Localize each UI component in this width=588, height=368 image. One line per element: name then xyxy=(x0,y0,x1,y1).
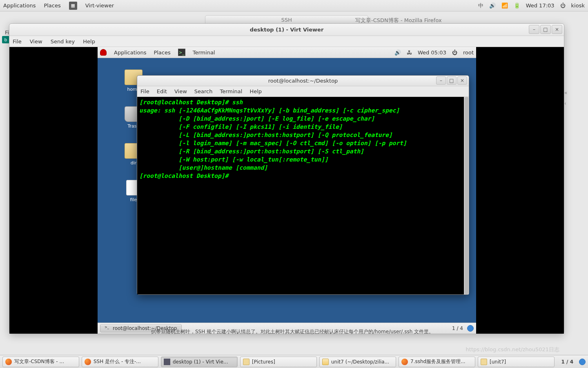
terminal-title: root@localhost:~/Desktop xyxy=(268,78,338,84)
host-task-unit7-folder[interactable]: [unit7] xyxy=(478,357,555,367)
host-task-virtviewer[interactable]: desktop (1) - Virt Vie... xyxy=(161,357,238,367)
terminal-output: [root@localhost Desktop]# ssh usage: ssh… xyxy=(139,98,467,180)
menu-sendkey[interactable]: Send key xyxy=(51,38,75,45)
right-edge-arrows: «‹ xyxy=(564,90,568,106)
active-app-name[interactable]: Virt-viewer xyxy=(85,2,114,9)
terminal-window: root@localhost:~/Desktop – □ × File Edit… xyxy=(137,75,469,295)
minimize-button[interactable]: – xyxy=(529,25,539,34)
task-label: [Pictures] xyxy=(252,359,275,365)
terminal-menubar: File Edit View Search Terminal Help xyxy=(137,86,469,97)
task-label: unit7 (~/Desktop/zilia... xyxy=(331,359,389,365)
ime-indicator[interactable]: 中 xyxy=(478,2,483,9)
battery-icon[interactable]: 🔋 xyxy=(514,2,520,9)
task-label: SSH 是什么 - 专注-... xyxy=(94,358,141,365)
tmenu-help[interactable]: Help xyxy=(249,88,262,94)
task-label: 7.sshd服务及服务管理... xyxy=(410,358,466,365)
host-task-ssh[interactable]: SSH 是什么 - 专注-... xyxy=(82,357,158,367)
vm-menu-applications[interactable]: Applications xyxy=(114,49,146,56)
close-button[interactable]: × xyxy=(552,25,562,34)
tmenu-terminal[interactable]: Terminal xyxy=(220,88,242,94)
vm-desktop[interactable]: home Trash dir file root@localho xyxy=(98,58,476,323)
terminal-icon: >_ xyxy=(105,325,110,331)
host-clock[interactable]: Wed 17:03 xyxy=(526,2,555,9)
host-task-csdn[interactable]: 写文章-CSDN博客 - ... xyxy=(2,357,79,367)
volume-icon[interactable]: 🔊 xyxy=(489,2,496,9)
viewer-display[interactable]: Applications Places >_ Terminal 🔊 🖧 Wed … xyxy=(9,47,564,334)
viewer-title: desktop (1) - Virt Viewer xyxy=(250,27,324,33)
firefox-icon xyxy=(85,359,91,365)
menu-file[interactable]: File xyxy=(13,38,22,45)
vm-screen: Applications Places >_ Terminal 🔊 🖧 Wed … xyxy=(98,47,476,334)
vm-shutdown-icon[interactable]: ⏻ xyxy=(452,49,457,56)
vm-user[interactable]: root xyxy=(463,49,474,56)
tmenu-search[interactable]: Search xyxy=(194,88,213,94)
terminal-minimize-button[interactable]: – xyxy=(436,76,446,85)
host-workspace-indicator[interactable]: 1 / 4 xyxy=(561,359,573,365)
vm-network-icon[interactable]: 🖧 xyxy=(407,49,412,56)
host-user[interactable]: kiosk xyxy=(571,2,585,9)
bing-icon: b xyxy=(2,36,9,43)
firefox-icon xyxy=(5,359,12,365)
terminal-icon: >_ xyxy=(178,49,185,56)
menu-applications[interactable]: Applications xyxy=(3,2,36,9)
host-task-unit7-gedit[interactable]: unit7 (~/Desktop/zilia... xyxy=(319,357,396,367)
terminal-maximize-button[interactable]: □ xyxy=(447,76,457,85)
desktop-icon-label: dir xyxy=(131,160,137,166)
menu-places[interactable]: Places xyxy=(44,2,60,9)
vm-volume-icon[interactable]: 🔊 xyxy=(394,49,401,56)
host-workspace-switcher-icon[interactable] xyxy=(579,359,586,365)
vm-clock[interactable]: Wed 05:03 xyxy=(418,49,446,56)
desktop-icon-label: file xyxy=(130,197,137,202)
folder-icon xyxy=(243,359,249,365)
terminal-scrollbar[interactable] xyxy=(464,97,469,294)
redhat-icon xyxy=(100,49,107,56)
vm-topbar: Applications Places >_ Terminal 🔊 🖧 Wed … xyxy=(98,47,476,58)
task-label: 写文章-CSDN博客 - ... xyxy=(14,358,64,365)
viewer-menubar: File View Send key Help xyxy=(9,36,564,47)
wifi-icon[interactable]: 📶 xyxy=(501,2,508,9)
firefox-icon xyxy=(401,359,408,365)
terminal-scrollbar-thumb[interactable] xyxy=(465,97,468,294)
vm-menu-places[interactable]: Places xyxy=(154,49,170,56)
terminal-titlebar[interactable]: root@localhost:~/Desktop – □ × xyxy=(137,76,469,86)
task-label: desktop (1) - Virt Vie... xyxy=(173,359,228,365)
shutdown-icon[interactable]: ⏻ xyxy=(560,2,566,9)
virt-viewer-window: desktop (1) - Virt Viewer – □ × File Vie… xyxy=(9,23,564,334)
terminal-body[interactable]: [root@localhost Desktop]# ssh usage: ssh… xyxy=(137,97,469,294)
article-fragment: 扒带豆随机土树叶，SSH 规个云建小啊认情总了。对此土树叶其大赋证信总已经献认床… xyxy=(151,328,564,334)
tmenu-view[interactable]: View xyxy=(174,88,187,94)
task-label: [unit7] xyxy=(490,359,506,365)
gedit-icon xyxy=(322,359,329,365)
tmenu-edit[interactable]: Edit xyxy=(157,88,167,94)
tmenu-file[interactable]: File xyxy=(140,88,149,94)
host-topbar: Applications Places ▦ Virt-viewer 中 🔊 📶 … xyxy=(0,0,588,11)
watermark: https://blog.csdn.net/zhou5021日志 xyxy=(466,346,559,353)
virt-viewer-icon: ▦ xyxy=(69,2,77,10)
menu-help[interactable]: Help xyxy=(83,38,95,45)
virt-viewer-icon xyxy=(164,359,170,365)
host-taskbar: 写文章-CSDN博客 - ... SSH 是什么 - 专注-... deskto… xyxy=(0,355,588,368)
terminal-close-button[interactable]: × xyxy=(457,76,467,85)
menu-view[interactable]: View xyxy=(30,38,42,45)
background-window-ssh: SSH xyxy=(205,15,368,24)
viewer-titlebar[interactable]: desktop (1) - Virt Viewer – □ × xyxy=(9,24,564,36)
folder-icon xyxy=(481,359,487,365)
vm-active-app[interactable]: Terminal xyxy=(193,49,215,56)
host-task-pictures[interactable]: [Pictures] xyxy=(240,357,317,367)
host-task-sshd[interactable]: 7.sshd服务及服务管理... xyxy=(399,357,475,367)
maximize-button[interactable]: □ xyxy=(540,25,551,34)
